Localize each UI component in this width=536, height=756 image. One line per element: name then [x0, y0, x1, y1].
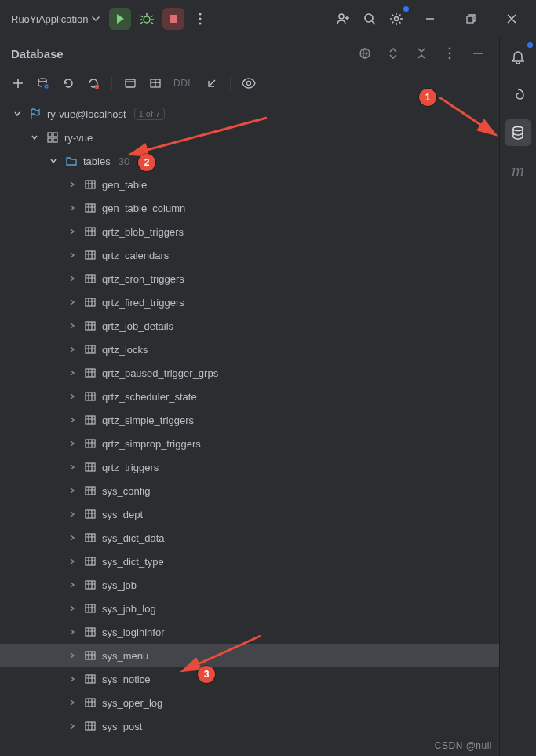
chevron-icon[interactable] [66, 531, 78, 544]
ai-assistant-button[interactable] [505, 82, 531, 108]
tree-table-qrtz_fired_triggers[interactable]: qrtz_fired_triggers [0, 290, 499, 314]
tree-table-qrtz_locks[interactable]: qrtz_locks [0, 338, 499, 361]
chevron-icon[interactable] [66, 508, 78, 520]
hide-panel-button[interactable] [468, 43, 488, 64]
chevron-icon[interactable] [66, 414, 78, 426]
chevron-icon[interactable] [66, 555, 78, 568]
tree-table-gen_table_column[interactable]: gen_table_column [0, 196, 499, 220]
collapse-all-button[interactable] [411, 43, 432, 64]
jump-to-console-button[interactable] [120, 73, 140, 93]
svg-rect-15 [95, 85, 99, 89]
run-button[interactable] [109, 8, 131, 30]
chevron-icon[interactable] [66, 272, 78, 285]
chevron-icon[interactable] [66, 367, 78, 379]
window-close[interactable] [494, 0, 530, 38]
expand-collapse-button[interactable] [383, 43, 403, 64]
main-area: Database [0, 38, 536, 756]
datasource-properties-button[interactable] [33, 73, 53, 93]
database-tree[interactable]: ry-vue@localhost1 of 7ry-vuetables30gen_… [0, 97, 499, 756]
svg-point-47 [513, 127, 523, 131]
tree-table-sys_dept[interactable]: sys_dept [0, 502, 499, 526]
minimize-icon [472, 48, 483, 59]
chevron-icon[interactable] [66, 437, 78, 450]
chevron-icon[interactable] [66, 720, 78, 732]
chevron-icon[interactable] [66, 390, 78, 403]
database-rail-button[interactable] [505, 119, 531, 146]
plus-icon [13, 78, 24, 89]
view-options-button[interactable] [239, 73, 259, 93]
chevron-icon[interactable] [66, 696, 78, 709]
add-datasource-button[interactable] [8, 73, 28, 93]
chevron-icon[interactable] [66, 626, 78, 638]
tree-table-qrtz_paused_trigger_grps[interactable]: qrtz_paused_trigger_grps [0, 361, 499, 385]
refresh-button[interactable] [58, 73, 78, 93]
transpose-button[interactable] [202, 73, 222, 93]
svg-rect-38 [86, 534, 95, 542]
ddl-button[interactable]: DDL [170, 78, 197, 89]
tree-table-sys_job[interactable]: sys_job [0, 573, 499, 597]
chevron-icon[interactable] [66, 461, 78, 473]
chevron-icon[interactable] [47, 155, 60, 167]
svg-point-2 [199, 13, 201, 15]
more-run-actions[interactable] [189, 8, 211, 30]
code-with-me-button[interactable] [332, 8, 354, 30]
chevron-icon[interactable] [66, 225, 78, 238]
tree-table-qrtz_triggers[interactable]: qrtz_triggers [0, 455, 499, 479]
tree-table-qrtz_cron_triggers[interactable]: qrtz_cron_triggers [0, 267, 499, 290]
tree-table-sys_dict_type[interactable]: sys_dict_type [0, 550, 499, 573]
tree-table-sys_config[interactable]: sys_config [0, 479, 499, 502]
chevron-icon[interactable] [66, 673, 78, 685]
chevron-icon[interactable] [66, 320, 78, 332]
chevron-icon[interactable] [66, 484, 78, 497]
svg-rect-35 [86, 463, 95, 471]
chevron-icon[interactable] [66, 249, 78, 261]
chevron-icon[interactable] [66, 602, 78, 615]
tree-table-sys_notice[interactable]: sys_notice [0, 667, 499, 691]
settings-button[interactable] [385, 8, 407, 30]
chevron-icon[interactable] [11, 108, 24, 120]
chevron-icon[interactable] [66, 296, 78, 309]
node-icon [28, 107, 42, 121]
tree-table-qrtz_simprop_triggers[interactable]: qrtz_simprop_triggers [0, 432, 499, 455]
chevron-icon[interactable] [66, 579, 78, 591]
panel-options-button[interactable] [439, 43, 460, 64]
tree-node-label: sys_dept [102, 509, 143, 520]
play-icon [115, 13, 126, 24]
tree-node-label: qrtz_job_details [102, 320, 173, 332]
run-config-dropdown[interactable]: RuoYiApplication [6, 10, 104, 28]
tree-tables-folder[interactable]: tables30 [0, 149, 499, 173]
open-table-button[interactable] [145, 73, 166, 93]
console-icon [124, 77, 137, 89]
tree-table-sys_logininfor[interactable]: sys_logininfor [0, 620, 499, 644]
window-maximize[interactable] [453, 0, 489, 38]
stop-button[interactable] [162, 8, 184, 30]
search-everywhere-button[interactable] [359, 8, 381, 30]
tree-table-qrtz_blob_triggers[interactable]: qrtz_blob_triggers [0, 220, 499, 243]
svg-point-4 [199, 22, 201, 24]
tree-table-sys_menu[interactable]: sys_menu [0, 644, 499, 667]
tree-table-sys_oper_log[interactable]: sys_oper_log [0, 691, 499, 714]
chevron-icon[interactable] [66, 178, 78, 191]
tree-table-gen_table[interactable]: gen_table [0, 173, 499, 196]
notifications-button[interactable] [505, 44, 531, 71]
maven-rail-button[interactable]: m [505, 157, 531, 184]
tree-datasource[interactable]: ry-vue@localhost1 of 7 [0, 102, 499, 126]
debug-button[interactable] [136, 8, 158, 30]
tree-table-sys_post[interactable]: sys_post [0, 714, 499, 738]
filter-button[interactable] [355, 43, 375, 64]
chevron-down-icon [92, 15, 100, 23]
tree-schema[interactable]: ry-vue [0, 126, 499, 149]
chevron-icon[interactable] [66, 343, 78, 356]
tree-table-qrtz_scheduler_state[interactable]: qrtz_scheduler_state [0, 385, 499, 408]
tree-table-qrtz_simple_triggers[interactable]: qrtz_simple_triggers [0, 408, 499, 432]
tree-table-qrtz_calendars[interactable]: qrtz_calendars [0, 243, 499, 267]
chevron-icon[interactable] [28, 131, 41, 144]
tree-table-qrtz_job_details[interactable]: qrtz_job_details [0, 314, 499, 338]
chevron-icon[interactable] [66, 202, 78, 214]
tree-table-sys_dict_data[interactable]: sys_dict_data [0, 526, 499, 550]
stop-refresh-button[interactable] [83, 73, 104, 93]
chevron-icon[interactable] [66, 649, 78, 662]
tree-table-sys_job_log[interactable]: sys_job_log [0, 597, 499, 620]
close-icon [507, 14, 516, 24]
window-minimize[interactable] [412, 0, 448, 38]
